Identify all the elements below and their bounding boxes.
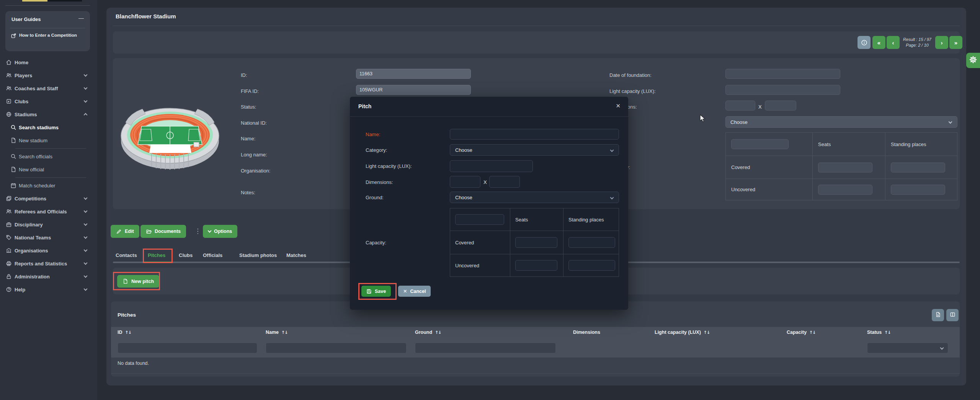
- covered-standing-field[interactable]: [568, 237, 615, 248]
- uncovered-row-label: Uncovered: [726, 179, 812, 200]
- sidebar-item-administration[interactable]: Administration: [0, 270, 97, 283]
- save-button[interactable]: Save: [361, 286, 391, 297]
- more-options-icon[interactable]: ⋮: [194, 227, 201, 235]
- seats-header: Seats: [510, 208, 563, 231]
- tab-contacts[interactable]: Contacts: [116, 252, 137, 258]
- chevron-up-icon: [84, 113, 88, 117]
- edit-button[interactable]: Edit: [111, 225, 139, 238]
- sidebar-item-reports-and-statistics[interactable]: Reports and Statistics: [0, 257, 97, 270]
- close-icon[interactable]: ✕: [616, 102, 621, 109]
- date-of-foundation-field[interactable]: [725, 69, 840, 79]
- calendar-icon: [10, 182, 16, 189]
- sidebar-item-search-stadiums[interactable]: Search stadiums: [0, 121, 97, 134]
- next-page-button[interactable]: ›: [935, 36, 948, 49]
- sidebar-item-national-teams[interactable]: National Teams: [0, 231, 97, 244]
- sidebar-item-new-stadium[interactable]: New stadium: [0, 134, 97, 147]
- logo-fragment: [22, 0, 47, 2]
- capacity-table: Seats Standing places Covered Uncovered: [725, 132, 957, 200]
- pitch-modal: Pitch ✕ Name: Category: Choose Light cap…: [350, 97, 628, 310]
- covered-seats-field[interactable]: [818, 163, 872, 172]
- dimension-length-field[interactable]: [765, 101, 796, 111]
- chevron-down-icon: [84, 261, 88, 265]
- info-button[interactable]: [858, 36, 871, 49]
- sidebar-item-competitions[interactable]: Competitions: [0, 192, 97, 205]
- pitch-ground-select[interactable]: Choose: [450, 192, 619, 203]
- sidebar-item-search-officials[interactable]: Search officials: [0, 150, 97, 163]
- covered-seats-field[interactable]: [515, 237, 557, 248]
- collapse-icon[interactable]: —: [78, 15, 84, 21]
- sidebar-nav: Home Players Coaches and Staff Clubs Sta…: [0, 56, 97, 296]
- sidebar-item-disciplinary[interactable]: Disciplinary: [0, 218, 97, 231]
- tab-stadium-photos[interactable]: Stadium photos: [239, 252, 277, 258]
- id-filter-input[interactable]: [118, 343, 257, 353]
- dimensions-separator: X: [758, 104, 762, 110]
- user-guide-link[interactable]: How to Enter a Competition: [11, 33, 85, 40]
- sort-icon[interactable]: ↑↓: [125, 330, 131, 335]
- users-icon: [6, 72, 12, 78]
- pitch-light-capacity-field[interactable]: [450, 160, 533, 172]
- ground-select[interactable]: Choose: [725, 116, 957, 128]
- tag-icon: [6, 234, 12, 241]
- light-capacity-field[interactable]: [725, 85, 840, 95]
- cancel-button[interactable]: ✕ Cancel: [398, 286, 431, 297]
- new-pitch-button[interactable]: New pitch: [117, 275, 159, 288]
- sort-icon[interactable]: ↑↓: [281, 330, 287, 335]
- sidebar-item-organisations[interactable]: Organisations: [0, 244, 97, 257]
- first-page-button[interactable]: «: [872, 36, 885, 49]
- options-button[interactable]: Options: [203, 225, 237, 238]
- sort-icon[interactable]: ↑↓: [435, 330, 441, 335]
- documents-button[interactable]: Documents: [140, 225, 186, 238]
- capacity-header-field[interactable]: [455, 214, 504, 225]
- sidebar-item-referees-and-officials[interactable]: Referees and Officials: [0, 205, 97, 218]
- active-tab-underline: [144, 262, 172, 263]
- sidebar-item-label: Search officials: [19, 154, 52, 159]
- dimension-width-field[interactable]: [725, 101, 755, 111]
- sidebar-item-clubs[interactable]: Clubs: [0, 95, 97, 108]
- lock-icon: [6, 273, 12, 280]
- export-excel-button[interactable]: [932, 309, 944, 321]
- column-header-status: Status ↑↓: [867, 330, 891, 335]
- last-page-button[interactable]: »: [949, 36, 962, 49]
- sort-icon[interactable]: ↑↓: [884, 330, 890, 335]
- pitch-capacity-label: Capacity:: [366, 240, 386, 246]
- save-icon: [366, 289, 372, 294]
- id-label: ID:: [241, 72, 247, 78]
- uncovered-standing-field[interactable]: [568, 260, 615, 271]
- sidebar-item-players[interactable]: Players: [0, 69, 97, 82]
- file-icon: [10, 166, 16, 172]
- sidebar-item-label: Stadiums: [15, 112, 37, 117]
- capacity-header-cell: [726, 133, 812, 156]
- sidebar-item-stadiums[interactable]: Stadiums: [0, 108, 97, 121]
- status-filter-select[interactable]: [867, 343, 948, 353]
- previous-page-button[interactable]: ‹: [887, 36, 900, 49]
- settings-gear-button[interactable]: [966, 53, 980, 68]
- ground-filter-input[interactable]: [415, 343, 556, 353]
- uncovered-standing-field[interactable]: [891, 185, 945, 195]
- fifa-id-field[interactable]: [356, 85, 471, 95]
- sort-icon[interactable]: ↑↓: [809, 330, 815, 335]
- sidebar-item-new-official[interactable]: New official: [0, 163, 97, 176]
- search-icon: [10, 124, 16, 130]
- chevron-down-icon: [84, 86, 88, 90]
- name-filter-input[interactable]: [266, 343, 407, 353]
- columns-button[interactable]: [946, 309, 959, 321]
- seats-header: Seats: [812, 133, 885, 156]
- tab-matches[interactable]: Matches: [286, 252, 306, 258]
- sidebar-item-home[interactable]: Home: [0, 56, 97, 69]
- id-field[interactable]: [356, 69, 471, 79]
- sidebar-item-help[interactable]: Help: [0, 283, 97, 296]
- sort-icon[interactable]: ↑↓: [704, 330, 710, 335]
- pitch-name-field[interactable]: [450, 129, 619, 140]
- uncovered-seats-field[interactable]: [515, 260, 557, 271]
- uncovered-seats-field[interactable]: [818, 185, 872, 195]
- tab-officials[interactable]: Officials: [203, 252, 222, 258]
- tab-pitches[interactable]: Pitches: [148, 252, 165, 258]
- sidebar-item-match-scheduler[interactable]: Match scheduler: [0, 179, 97, 192]
- pitch-dimension-width-field[interactable]: [450, 176, 480, 188]
- pitch-dimension-length-field[interactable]: [489, 176, 520, 188]
- capacity-header-field[interactable]: [731, 139, 789, 149]
- covered-standing-field[interactable]: [891, 163, 945, 172]
- pitch-category-select[interactable]: Choose: [450, 144, 619, 156]
- tab-clubs[interactable]: Clubs: [179, 252, 193, 258]
- sidebar-item-coaches-and-staff[interactable]: Coaches and Staff: [0, 82, 97, 95]
